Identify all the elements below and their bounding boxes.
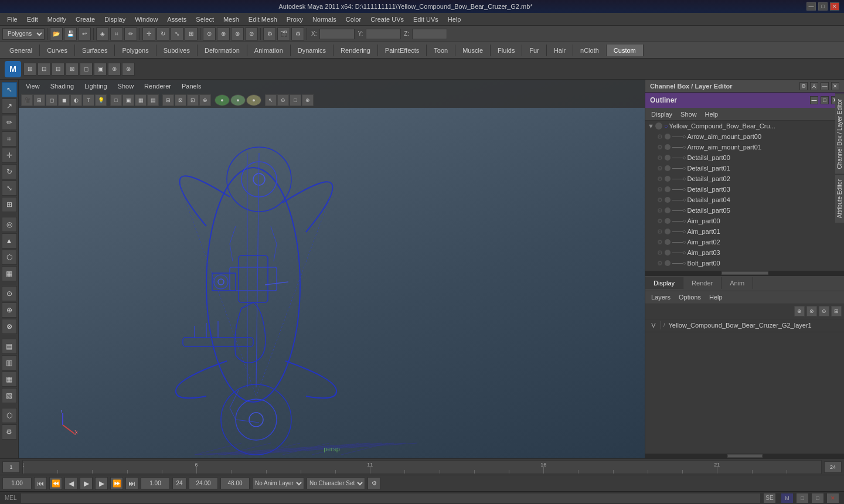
tb-save-btn[interactable]: 💾 (64, 28, 77, 40)
vp-tb-layout2[interactable]: ⊠ (175, 94, 186, 106)
menu-item-help[interactable]: Help (443, 15, 466, 24)
playback-start-frame[interactable] (141, 478, 170, 489)
mel-input[interactable] (21, 493, 761, 503)
module-tab-animation[interactable]: Animation (247, 45, 291, 56)
module-tab-muscle[interactable]: Muscle (455, 45, 491, 56)
layer-tab-display[interactable]: Display (645, 277, 683, 289)
lt-lasso-tool[interactable]: ⌗ (2, 131, 17, 147)
script-editor-btn[interactable]: SE (763, 493, 776, 503)
playback-back-btn[interactable]: ◀ (64, 477, 77, 490)
menu-item-edit uvs[interactable]: Edit UVs (409, 15, 443, 24)
lt-lattice[interactable]: ▦ (2, 266, 17, 281)
playback-anim-layer-select[interactable]: No Anim Layer (252, 478, 304, 489)
vp-tb-light1[interactable]: ● (215, 94, 230, 106)
outliner-item-7[interactable]: ⚙——○Detailsl_part04 (645, 195, 844, 205)
module-tab-fur[interactable]: Fur (522, 45, 547, 56)
layer-layers-menu[interactable]: Layers (648, 292, 674, 302)
tb2-btn5[interactable]: ◻ (80, 63, 93, 76)
playback-nextend-btn[interactable]: ⏭ (125, 477, 138, 490)
side-tab-channelbox[interactable]: Channel Box / Layer Editor (835, 94, 844, 174)
tb-lasso-btn[interactable]: ⌗ (110, 28, 123, 40)
side-tab-attrEditor[interactable]: Attribute Editor (835, 174, 844, 223)
vp-tb-light3[interactable]: ● (246, 94, 261, 106)
taskbar-item1[interactable]: □ (796, 493, 809, 503)
tb2-btn6[interactable]: ▣ (94, 63, 107, 76)
outliner-help-menu[interactable]: Help (702, 110, 722, 119)
playback-settings-btn[interactable]: ⚙ (367, 477, 380, 490)
module-tab-toon[interactable]: Toon (427, 45, 455, 56)
lt-combo-tool[interactable]: ⊞ (2, 197, 17, 212)
menu-item-display[interactable]: Display (100, 15, 130, 24)
vp-tb-grid[interactable]: ⊞ (33, 94, 45, 106)
outliner-minimize-btn[interactable]: — (810, 96, 818, 104)
layer-hscrollbar[interactable] (645, 454, 844, 458)
lt-rotate-tool[interactable]: ↻ (2, 164, 17, 179)
outliner-item-1[interactable]: ⚙——○Arrow_aim_mount_part00 (645, 131, 844, 142)
lt-scale-tool[interactable]: ⤡ (2, 181, 17, 196)
tb-select-btn[interactable]: ◈ (96, 28, 109, 40)
menu-item-create uvs[interactable]: Create UVs (366, 15, 409, 24)
tb2-btn7[interactable]: ⊕ (108, 63, 121, 76)
tb-scale-btn[interactable]: ⤡ (171, 28, 183, 40)
lt-select2-tool[interactable]: ↗ (2, 98, 17, 114)
playback-char-set-select[interactable]: No Character Set (307, 478, 365, 489)
lt-soft-sel[interactable]: ◎ (2, 217, 17, 232)
lt-paint-tool[interactable]: ✏ (2, 115, 17, 130)
taskbar-item2[interactable]: □ (811, 493, 824, 503)
outliner-hscrollbar[interactable] (645, 271, 844, 275)
layer-options-menu[interactable]: Options (675, 292, 705, 302)
playback-input-range[interactable]: 24 (172, 478, 186, 489)
tb-open-btn[interactable]: 📂 (50, 28, 63, 40)
maximize-button[interactable]: □ (818, 2, 828, 11)
vp-tb-layout4[interactable]: ⊕ (199, 94, 211, 106)
module-tab-surfaces[interactable]: Surfaces (75, 45, 115, 56)
menu-item-mesh[interactable]: Mesh (219, 15, 244, 24)
outliner-item-5[interactable]: ⚙——○Detailsl_part02 (645, 173, 844, 184)
outliner-display-menu[interactable]: Display (648, 110, 676, 119)
layer-tab-render[interactable]: Render (683, 277, 722, 289)
layer-item-0[interactable]: V/Yellow_Compound_Bow_Bear_Cruzer_G2_lay… (645, 319, 844, 332)
playback-play-btn[interactable]: ▶ (80, 477, 93, 490)
outliner-item-2[interactable]: ⚙——○Arrow_aim_mount_part01 (645, 142, 844, 152)
lt-view2[interactable]: ⊕ (2, 302, 17, 318)
layer-icon1[interactable]: ⊕ (794, 306, 805, 316)
vp-menu-lighting[interactable]: Lighting (80, 81, 112, 91)
tb-snap3-btn[interactable]: ⊗ (231, 28, 244, 40)
module-tab-ncloth[interactable]: nCloth (573, 45, 607, 56)
timeline-start-frame[interactable]: 1 (2, 461, 20, 473)
outliner-item-10[interactable]: ⚙——○Aim_part01 (645, 226, 844, 237)
viewport[interactable]: View Shading Lighting Show Renderer Pane… (19, 80, 645, 458)
tb-move-btn[interactable]: ✛ (142, 28, 155, 40)
lt-move-tool[interactable]: ✛ (2, 148, 17, 163)
lt-layer1[interactable]: ▤ (2, 339, 17, 354)
outliner-item-11[interactable]: ⚙——○Aim_part02 (645, 237, 844, 247)
tb-undo-btn[interactable]: ↩ (78, 28, 91, 40)
vp-menu-view[interactable]: View (21, 81, 45, 91)
timeline-ruler[interactable]: 16111621 (22, 460, 822, 474)
layer-icon3[interactable]: ⊙ (819, 306, 829, 316)
vp-tb-obj[interactable]: ⊙ (277, 94, 289, 106)
outliner-item-9[interactable]: ⚙——○Aim_part00 (645, 216, 844, 226)
tb-snap2-btn[interactable]: ⊕ (217, 28, 230, 40)
tb-history-btn[interactable]: ⚙ (263, 28, 276, 40)
z-input[interactable] (412, 29, 447, 39)
tb2-btn4[interactable]: ⊠ (66, 63, 79, 76)
timeline-end-frame[interactable]: 24 (824, 461, 842, 473)
vp-menu-shading[interactable]: Shading (46, 81, 79, 91)
vp-tb-light2[interactable]: ● (230, 94, 246, 106)
module-tab-general[interactable]: General (2, 45, 40, 56)
module-tab-curves[interactable]: Curves (40, 45, 75, 56)
outliner-item-12[interactable]: ⚙——○Aim_part03 (645, 247, 844, 258)
menu-item-normals[interactable]: Normals (308, 15, 341, 24)
menu-item-assets[interactable]: Assets (162, 15, 191, 24)
tb2-btn2[interactable]: ⊡ (38, 63, 50, 76)
menu-item-window[interactable]: Window (130, 15, 162, 24)
vp-tb-layout3[interactable]: ⊡ (187, 94, 199, 106)
menu-item-create[interactable]: Create (71, 15, 100, 24)
outliner-show-menu[interactable]: Show (677, 110, 700, 119)
tb-snap4-btn[interactable]: ⊘ (245, 28, 258, 40)
tb2-btn8[interactable]: ⊗ (122, 63, 135, 76)
outliner-item-13[interactable]: ⚙——○Bolt_part00 (645, 258, 844, 268)
vp-tb-cursor[interactable]: ↖ (265, 94, 277, 106)
layer-icon2[interactable]: ⊗ (806, 306, 817, 316)
